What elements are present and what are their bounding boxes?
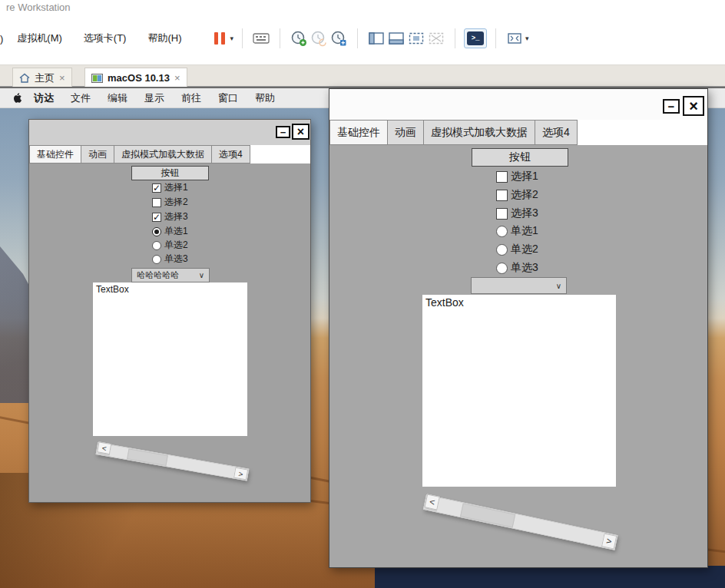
check-mark-icon: ✓: [153, 212, 161, 223]
button-control[interactable]: 按钮: [131, 166, 209, 180]
radio-row: 单选3: [152, 253, 188, 266]
fullscreen-icon[interactable]: [505, 28, 525, 48]
show-library-icon[interactable]: [366, 28, 386, 48]
wallpaper-dark-corner: [375, 566, 725, 588]
checkbox[interactable]: ✓: [496, 208, 508, 220]
tab-basic-controls[interactable]: 基础控件: [329, 120, 388, 145]
tab-animation[interactable]: 动画: [81, 145, 114, 164]
pause-dropdown-caret[interactable]: ▾: [230, 35, 234, 42]
tab-vm-label: macOS 10.13: [108, 72, 170, 84]
menu-item-partial[interactable]: ): [0, 33, 6, 45]
radio-row: 单选1: [152, 225, 188, 238]
checkbox-label: 选择2: [511, 188, 538, 202]
radio-row: 单选1: [496, 224, 538, 238]
check-mark-icon: ✓: [153, 183, 161, 193]
tab-option4[interactable]: 选项4: [212, 145, 250, 164]
vm-menu-finder[interactable]: 访达: [25, 91, 62, 105]
vmware-tab-strip: 主页 × macOS 10.13 ×: [0, 64, 725, 87]
tab-virtual-mode-big-data[interactable]: 虚拟模式加载大数据: [114, 145, 212, 164]
checkbox-label: 选择3: [511, 206, 538, 220]
checkbox[interactable]: ✓: [152, 183, 161, 193]
checkbox-label: 选择1: [164, 181, 188, 194]
textbox[interactable]: TextBox: [93, 282, 247, 436]
checkbox[interactable]: ✓: [496, 190, 508, 201]
fit-window-icon[interactable]: [426, 28, 446, 48]
checkbox-label: 选择2: [164, 196, 188, 209]
radio-label: 单选2: [164, 239, 188, 252]
tab-animation[interactable]: 动画: [388, 120, 424, 145]
radio-row: 单选2: [152, 239, 188, 252]
button-control[interactable]: 按钮: [472, 148, 568, 167]
vm-menu-window[interactable]: 窗口: [210, 91, 247, 105]
tab-basic-controls[interactable]: 基础控件: [29, 145, 81, 164]
menu-item-help[interactable]: 帮助(H): [137, 31, 192, 45]
chevron-down-icon: ∨: [556, 282, 566, 290]
window-tab-row: 基础控件 动画 虚拟模式加载大数据 选项4: [29, 145, 310, 164]
radio-button[interactable]: [496, 263, 508, 274]
checkbox-label: 选择1: [511, 170, 538, 183]
tab-macos-vm[interactable]: macOS 10.13 ×: [84, 68, 187, 88]
checkbox-row: ✓ 选择2: [152, 196, 188, 209]
window-titlebar[interactable]: − ×: [29, 120, 310, 145]
vm-menu-view[interactable]: 显示: [136, 91, 173, 105]
checkbox-row: ✓ 选择1: [152, 181, 188, 194]
tab-virtual-mode-big-data[interactable]: 虚拟模式加载大数据: [424, 120, 535, 145]
radio-label: 单选2: [511, 243, 538, 256]
ctrl-alt-del-icon[interactable]: [251, 28, 271, 48]
minimize-button[interactable]: −: [276, 126, 290, 138]
close-button[interactable]: ×: [292, 124, 310, 140]
checkbox-row: ✓ 选择1: [496, 170, 538, 183]
vm-screen-icon: [91, 74, 103, 83]
toolbar-separator: [280, 28, 280, 48]
radio-label: 单选3: [511, 261, 538, 275]
radio-button[interactable]: [496, 244, 508, 256]
vm-menu-edit[interactable]: 编辑: [99, 91, 136, 105]
vmware-menu-toolbar: ) 虚拟机(M) 选项卡(T) 帮助(H) ▾ >_ ▾: [0, 21, 725, 55]
radio-row: 单选2: [496, 243, 538, 256]
checkbox[interactable]: ✓: [496, 171, 508, 183]
radio-label: 单选3: [164, 253, 188, 266]
checkbox-row: ✓ 选择3: [152, 210, 188, 223]
fullscreen-dropdown-caret[interactable]: ▾: [525, 35, 529, 42]
toolbar-separator: [455, 28, 455, 48]
pause-icon[interactable]: [210, 28, 230, 48]
guest-app-window-2: − × 基础控件 动画 虚拟模式加载大数据 选项4 按钮 ✓ 选择1 ✓ 选择2…: [329, 88, 708, 568]
terminal-icon[interactable]: >_: [464, 28, 487, 48]
textbox[interactable]: TextBox: [422, 295, 616, 487]
window-tab-row: 基础控件 动画 虚拟模式加载大数据 选项4: [329, 120, 707, 145]
manage-snapshots-icon[interactable]: [329, 28, 349, 48]
fit-guest-icon[interactable]: [406, 28, 426, 48]
radio-button[interactable]: [152, 255, 161, 264]
revert-snapshot-icon[interactable]: [309, 28, 329, 48]
show-thumbnail-bar-icon[interactable]: [386, 28, 406, 48]
radio-button[interactable]: [152, 227, 161, 236]
minimize-button[interactable]: −: [663, 99, 680, 114]
radio-button[interactable]: [496, 226, 508, 237]
terminal-glyph: >_: [467, 31, 484, 45]
vmware-window-title: re Workstation: [6, 2, 71, 13]
radio-dot: [154, 230, 159, 234]
take-snapshot-icon[interactable]: [289, 28, 309, 48]
checkbox[interactable]: ✓: [152, 213, 161, 222]
close-button[interactable]: ×: [683, 96, 704, 116]
home-icon: [19, 73, 30, 83]
vm-menu-go[interactable]: 前往: [173, 91, 210, 105]
checkbox[interactable]: ✓: [152, 198, 161, 207]
tab-close-icon[interactable]: ×: [59, 72, 65, 84]
radio-button[interactable]: [152, 241, 161, 250]
vm-menu-file[interactable]: 文件: [62, 91, 99, 105]
menu-item-virtual-machine[interactable]: 虚拟机(M): [6, 31, 73, 45]
menu-item-tab[interactable]: 选项卡(T): [73, 31, 137, 45]
radio-row: 单选3: [496, 261, 538, 275]
tab-close-icon[interactable]: ×: [174, 72, 180, 84]
combobox[interactable]: 哈哈哈哈哈 ∨: [131, 268, 210, 282]
combobox[interactable]: ∨: [471, 277, 567, 294]
vm-menu-help[interactable]: 帮助: [247, 91, 283, 105]
checkbox-label: 选择3: [164, 210, 188, 223]
tab-home[interactable]: 主页 ×: [12, 68, 72, 88]
scroll-right-button[interactable]: >: [233, 467, 248, 481]
tab-option4[interactable]: 选项4: [535, 120, 578, 145]
window-titlebar[interactable]: − ×: [329, 89, 707, 120]
toolbar-separator: [357, 28, 358, 48]
apple-logo-icon[interactable]: [12, 92, 22, 104]
